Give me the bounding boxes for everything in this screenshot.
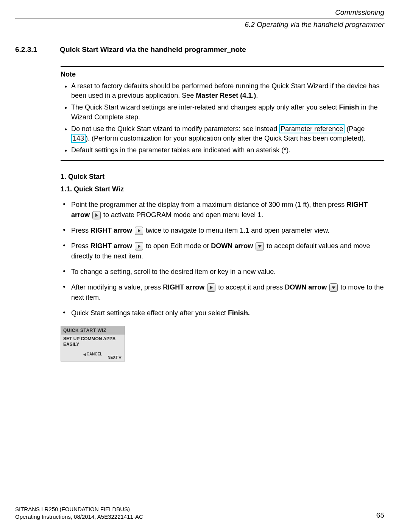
lcd-footer: CANCEL NEXT [61, 351, 125, 361]
step-item: Point the programmer at the display from… [61, 200, 384, 220]
step-item: Press RIGHT arrow twice to navigate to m… [61, 225, 384, 236]
step-item: Quick Start settings take effect only af… [61, 308, 384, 318]
note-box: Note A reset to factory defaults should … [61, 66, 384, 161]
right-arrow-icon [135, 242, 143, 250]
note-item: Default settings in the parameter tables… [71, 146, 384, 155]
step-list: Point the programmer at the display from… [61, 200, 384, 318]
footer-docinfo: Operating Instructions, 08/2014, A5E3222… [15, 513, 384, 521]
note-list: A reset to factory defaults should be pe… [61, 81, 384, 155]
right-arrow-icon [92, 211, 101, 219]
step-item: To change a setting, scroll to the desir… [61, 267, 384, 277]
lcd-title: QUICK START WIZ [61, 326, 125, 335]
page-footer: SITRANS LR250 (FOUNDATION FIELDBUS) Oper… [15, 505, 384, 521]
note-item: Do not use the Quick Start wizard to mod… [71, 124, 384, 143]
note-item: The Quick Start wizard settings are inte… [71, 103, 384, 122]
lcd-next: NEXT [108, 355, 122, 360]
note-item: A reset to factory defaults should be pe… [71, 81, 384, 100]
down-arrow-icon [119, 357, 122, 359]
header-section: 6.2 Operating via the handheld programme… [15, 20, 384, 30]
section-title: Quick Start Wizard via the handheld prog… [60, 45, 246, 53]
quickstart-subheading: 1.1. Quick Start Wiz [61, 185, 384, 194]
section-heading: 6.2.3.1Quick Start Wizard via the handhe… [15, 45, 384, 55]
left-arrow-icon [83, 353, 86, 356]
lcd-body: SET UP COMMON APPS EASILY [61, 335, 125, 351]
right-arrow-icon [135, 227, 143, 235]
parameter-reference-link[interactable]: Parameter reference [279, 124, 345, 133]
lcd-cancel: CANCEL [83, 352, 103, 357]
page-link[interactable]: 143 [71, 134, 86, 143]
right-arrow-icon [207, 283, 215, 292]
step-item: Press RIGHT arrow to open Edit mode or D… [61, 241, 384, 261]
lcd-screenshot: QUICK START WIZ SET UP COMMON APPS EASIL… [61, 326, 125, 362]
header-chapter: Commissioning [15, 8, 384, 19]
down-arrow-icon [329, 283, 338, 292]
section-number: 6.2.3.1 [15, 45, 37, 53]
note-label: Note [61, 70, 384, 79]
step-item: After modifying a value, press RIGHT arr… [61, 282, 384, 303]
down-arrow-icon [256, 242, 264, 250]
page-number: 65 [376, 510, 384, 521]
footer-product: SITRANS LR250 (FOUNDATION FIELDBUS) [15, 505, 384, 513]
quickstart-heading: 1. Quick Start [61, 172, 384, 182]
